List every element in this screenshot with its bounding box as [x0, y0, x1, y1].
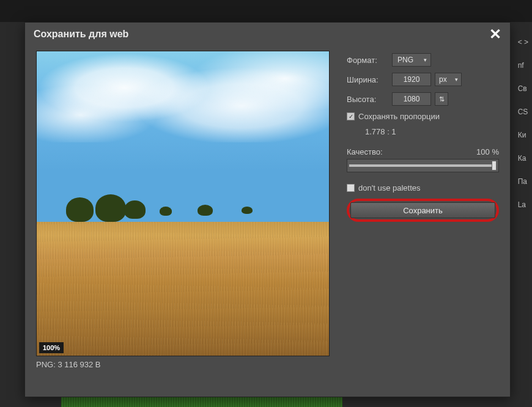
save-for-web-dialog: Сохранить для web ✕ 100% PNG: 3 116 932 …	[24, 22, 511, 397]
height-label: Высота:	[347, 95, 392, 104]
bg-item: nf	[515, 60, 531, 71]
bg-item: Па	[515, 176, 531, 187]
keep-ratio-label: Сохранять пропорции	[358, 112, 440, 121]
swap-dimensions-icon[interactable]: ⇅	[435, 92, 448, 106]
slider-thumb[interactable]	[492, 161, 497, 170]
aspect-ratio-text: 1.778 : 1	[365, 127, 499, 136]
keep-ratio-checkbox[interactable]: ✓	[347, 112, 355, 120]
bg-item: < >	[515, 37, 531, 48]
bg-item: Ки	[515, 130, 531, 141]
width-label: Ширина:	[347, 75, 392, 84]
bg-grass	[61, 396, 342, 407]
bg-item: La	[515, 199, 531, 210]
save-button-highlight: Сохранить	[347, 199, 499, 222]
quality-slider[interactable]	[347, 159, 499, 172]
format-label: Формат:	[347, 56, 392, 65]
palettes-checkbox[interactable]	[347, 184, 355, 192]
close-icon[interactable]: ✕	[489, 27, 501, 42]
filesize-text: PNG: 3 116 932 B	[36, 360, 330, 369]
format-select[interactable]: PNG	[392, 53, 431, 67]
dialog-title: Сохранить для web	[34, 29, 128, 40]
quality-label: Качество:	[347, 147, 383, 156]
palettes-label: don't use palettes	[358, 183, 421, 193]
width-input[interactable]: 1920	[392, 73, 431, 86]
save-button[interactable]: Сохранить	[350, 202, 495, 218]
bg-item: Ка	[515, 153, 531, 164]
bg-item: Св	[515, 83, 531, 94]
bg-item: CS	[515, 106, 531, 117]
quality-value: 100 %	[476, 147, 499, 156]
image-preview[interactable]: 100%	[36, 51, 330, 356]
zoom-badge[interactable]: 100%	[39, 342, 64, 353]
width-unit-select[interactable]: px	[435, 73, 462, 86]
height-input[interactable]: 1080	[392, 92, 431, 106]
